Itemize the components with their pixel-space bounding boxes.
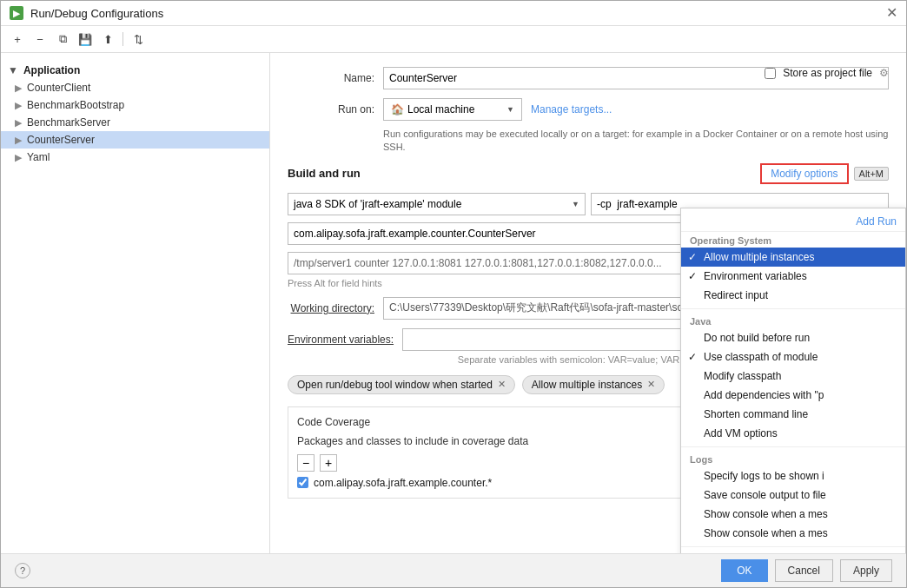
overlay-label-modify-classpath: Modify classpath <box>704 370 781 382</box>
run-on-label: Run on: <box>288 103 374 116</box>
overlay-item-use-classpath[interactable]: ✓ Use classpath of module <box>681 347 905 367</box>
overlay-item-allow-multiple[interactable]: ✓ Allow multiple instances <box>681 248 905 267</box>
overlay-label-redirect: Redirect input <box>704 289 768 301</box>
tag-allow-multiple-label: Allow multiple instances <box>532 379 642 391</box>
ok-button[interactable]: OK <box>721 559 767 582</box>
store-row: Store as project file ⚙ <box>765 67 889 79</box>
store-checkbox[interactable] <box>765 68 776 79</box>
overlay-java-header: Java <box>681 313 905 328</box>
sidebar-item-benchmarkbootstrap[interactable]: ▶ BenchmarkBootstrap <box>1 96 269 114</box>
build-run-header: Build and run Modify options Alt+M <box>288 163 889 184</box>
run-on-value: Local machine <box>407 103 474 116</box>
config-icon-counterclient: ▶ <box>15 83 22 94</box>
sidebar-benchmarkserver-label: BenchmarkServer <box>27 116 110 129</box>
help-button[interactable]: ? <box>15 563 30 578</box>
store-label: Store as project file <box>783 67 872 79</box>
sort-config-button[interactable]: ⇅ <box>129 30 148 49</box>
run-on-dropdown[interactable]: 🏠 Local machine ▼ <box>383 98 522 121</box>
sdk-dropdown[interactable]: java 8 SDK of 'jraft-example' module ▼ <box>288 193 586 215</box>
coverage-item-label: com.alipay.sofa.jraft.example.counter.* <box>314 477 492 489</box>
sidebar-item-benchmarkserver[interactable]: ▶ BenchmarkServer <box>1 114 269 131</box>
overlay-label-env-vars: Environment variables <box>704 270 807 282</box>
move-config-button[interactable]: ⬆ <box>98 30 117 49</box>
remove-config-button[interactable]: − <box>30 30 50 49</box>
content-area: Store as project file ⚙ Name: Run on: 🏠 … <box>270 53 906 553</box>
folder-icon: ▼ <box>8 64 18 76</box>
overlay-logs-header: Logs <box>681 451 905 466</box>
bottom-bar: ? OK Cancel Apply <box>1 553 906 587</box>
bottom-actions: OK Cancel Apply <box>721 559 892 582</box>
check-icon-allow-multiple: ✓ <box>688 251 697 263</box>
sidebar-item-application[interactable]: ▼ Application <box>1 62 269 79</box>
add-config-button[interactable]: + <box>8 30 27 49</box>
title-bar-left: ▶ Run/Debug Configurations <box>10 6 163 20</box>
tag-allow-multiple-close[interactable]: ✕ <box>647 379 655 390</box>
overlay-item-no-build[interactable]: Do not build before run <box>681 328 905 347</box>
manage-targets-link[interactable]: Manage targets... <box>531 103 612 116</box>
config-icon-benchmarkbootstrap: ▶ <box>15 100 22 111</box>
check-icon-use-classpath: ✓ <box>688 351 697 363</box>
overlay-item-shorten-cmd[interactable]: Shorten command line <box>681 405 905 424</box>
tag-open-run-label: Open run/debug tool window when started <box>297 379 493 391</box>
overlay-os-header: Operating System <box>681 232 905 248</box>
dialog-title: Run/Debug Configurations <box>30 7 163 20</box>
overlay-item-logs-4[interactable]: Show console when a mes <box>681 524 905 543</box>
modify-options-label: Modify options <box>771 168 837 180</box>
toolbar-separator <box>122 32 123 46</box>
sidebar-item-yaml[interactable]: ▶ Yaml <box>1 149 269 166</box>
overlay-coverage-header: Code Coverage <box>681 551 905 553</box>
modify-options-area: Modify options Alt+M <box>760 163 889 184</box>
dialog-icon: ▶ <box>10 6 23 20</box>
overlay-label-no-build: Do not build before run <box>704 332 810 344</box>
tag-open-run-close[interactable]: ✕ <box>498 379 506 390</box>
save-config-button[interactable]: 💾 <box>76 30 95 49</box>
coverage-checkbox[interactable] <box>297 477 308 488</box>
overlay-item-redirect[interactable]: Redirect input <box>681 286 905 305</box>
tag-open-run: Open run/debug tool window when started … <box>288 375 515 394</box>
working-dir-label: Working directory: <box>288 302 374 314</box>
coverage-minus-button[interactable]: − <box>297 454 314 472</box>
title-bar: ▶ Run/Debug Configurations ✕ <box>1 1 906 26</box>
overlay-item-add-deps[interactable]: Add dependencies with "p <box>681 386 905 405</box>
overlay-item-logs-3[interactable]: Show console when a mes <box>681 505 905 524</box>
overlay-item-logs-1[interactable]: Specify logs to be shown i <box>681 466 905 486</box>
config-icon-counterserver: ▶ <box>15 135 22 146</box>
sidebar-yaml-label: Yaml <box>27 151 50 163</box>
overlay-item-add-vm[interactable]: Add VM options <box>681 424 905 443</box>
sdk-value: java 8 SDK of 'jraft-example' module <box>294 198 461 210</box>
sidebar: ▼ Application ▶ CounterClient ▶ Benchmar… <box>1 53 270 553</box>
add-run-area: Add Run <box>681 212 905 232</box>
add-run-link[interactable]: Add Run <box>856 215 897 228</box>
modify-options-button[interactable]: Modify options <box>760 163 848 184</box>
modify-options-shortcut: Alt+M <box>854 167 889 181</box>
name-label: Name: <box>288 72 374 84</box>
sdk-arrow-icon: ▼ <box>572 200 579 208</box>
overlay-item-env-vars[interactable]: ✓ Environment variables <box>681 267 905 286</box>
run-on-icon: 🏠 <box>391 103 404 116</box>
overlay-label-logs-1: Specify logs to be shown i <box>704 470 824 482</box>
coverage-plus-button[interactable]: + <box>320 454 337 472</box>
sidebar-item-counterserver[interactable]: ▶ CounterServer <box>1 131 269 149</box>
config-icon-benchmarkserver: ▶ <box>15 117 22 129</box>
close-button[interactable]: ✕ <box>886 6 897 20</box>
sidebar-item-counterclient[interactable]: ▶ CounterClient <box>1 79 269 96</box>
overlay-label-allow-multiple: Allow multiple instances <box>704 251 814 263</box>
overlay-sep-java <box>681 308 905 309</box>
dropdown-overlay: Add Run Operating System ✓ Allow multipl… <box>680 208 906 553</box>
env-vars-label: Environment variables: <box>288 334 394 346</box>
cancel-button[interactable]: Cancel <box>775 559 833 582</box>
sidebar-section-app: ▼ Application ▶ CounterClient ▶ Benchmar… <box>1 58 269 169</box>
sidebar-counterclient-label: CounterClient <box>27 82 90 94</box>
main-layout: ▼ Application ▶ CounterClient ▶ Benchmar… <box>1 53 906 553</box>
store-settings-icon[interactable]: ⚙ <box>879 67 889 79</box>
run-on-arrow-icon: ▼ <box>506 105 514 114</box>
apply-button[interactable]: Apply <box>840 559 892 582</box>
run-on-row: Run on: 🏠 Local machine ▼ Manage targets… <box>288 98 889 121</box>
overlay-sep-coverage <box>681 546 905 547</box>
overlay-item-modify-classpath[interactable]: Modify classpath <box>681 367 905 386</box>
config-icon-yaml: ▶ <box>15 152 22 163</box>
overlay-label-shorten-cmd: Shorten command line <box>704 408 808 420</box>
copy-config-button[interactable]: ⧉ <box>53 30 72 49</box>
overlay-label-logs-3: Show console when a mes <box>704 508 828 520</box>
overlay-item-logs-2[interactable]: Save console output to file <box>681 486 905 505</box>
